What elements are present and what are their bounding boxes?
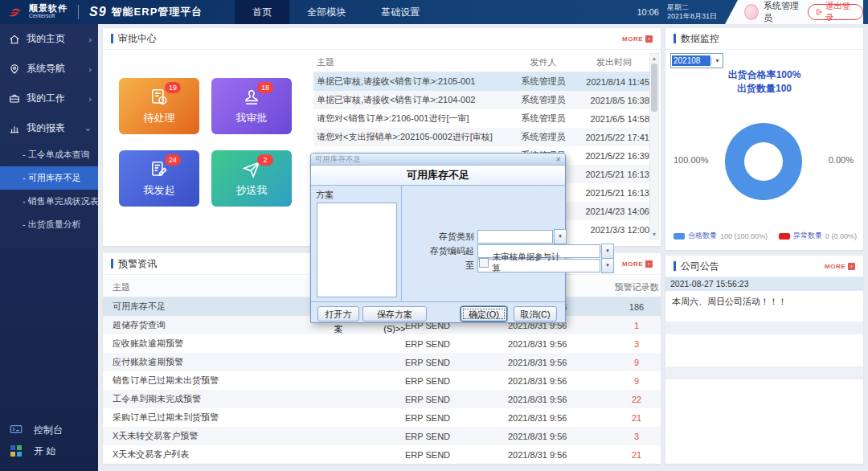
plan-listbox[interactable] <box>317 203 397 297</box>
alert-row[interactable]: 销售订单已过期未出货预警ERP SEND2021/8/31 9:569 <box>103 371 661 390</box>
alerts-more-button[interactable]: MORE › <box>622 260 653 268</box>
scroll-down-icon[interactable]: ▼ <box>650 230 658 239</box>
announcement-date[interactable]: 2021-08-27 15:56:23 <box>665 277 863 291</box>
lookup-icon[interactable]: ▾ <box>601 244 614 259</box>
approval-more-button[interactable]: MORE › <box>622 35 653 43</box>
sidebar-sub-shipment-quality[interactable]: 出货质量分析 <box>0 213 98 236</box>
alert-row[interactable]: 应付账款逾期预警ERP SEND2021/8/31 9:569 <box>103 353 661 371</box>
tile-my-approvals[interactable]: 18 我审批 <box>211 78 292 134</box>
announcement-content[interactable]: 本周六、周日公司活动！！！ <box>665 291 863 322</box>
more-label: MORE <box>825 263 845 270</box>
sender: ERP SEND <box>405 339 508 349</box>
scrollbar-thumb[interactable] <box>651 63 657 112</box>
nav-home[interactable]: 首页 <box>235 0 289 24</box>
time: 2021/8/31 9:56 <box>508 432 612 441</box>
sidebar-sub-available-stock[interactable]: 可用库存不足 <box>0 166 98 190</box>
briefcase-icon <box>8 92 21 105</box>
sidebar-item-label: 我的工作 <box>27 92 65 105</box>
logout-button[interactable]: 退出登录 <box>808 4 863 20</box>
title-accent-bar <box>674 34 676 43</box>
title-accent-bar <box>111 259 113 268</box>
save-plan-button[interactable]: 保存方案(S)>> <box>362 306 427 322</box>
stock-category-input[interactable] <box>477 230 553 244</box>
legend-item-abnormal[interactable]: 异常数量 0 (0.00%) <box>779 231 857 241</box>
console-button[interactable]: 控制台 <box>10 420 63 440</box>
time: 2021/8/14 11:45 <box>579 77 653 87</box>
approval-row[interactable]: 单据已审核,请接收<销售订单>:2104-002系统管理员2021/8/5 16… <box>313 91 653 109</box>
lookup-icon[interactable]: ▾ <box>601 258 614 273</box>
sidebar-item-home[interactable]: 我的主页 › <box>0 24 98 54</box>
donut-chart <box>725 123 802 200</box>
plan-pane: 方案 <box>311 186 402 301</box>
chevron-right-icon: › <box>88 64 92 74</box>
alert-row[interactable]: X天未交易客户列表ERP SEND2021/8/31 9:5621 <box>103 445 661 464</box>
more-label: MORE <box>622 35 643 43</box>
open-plan-button[interactable]: 打开方案 <box>317 306 359 322</box>
sender: ERP SEND <box>405 358 508 367</box>
col-count: 预警记录数 <box>612 281 661 293</box>
announcement-more-button[interactable]: MORE › <box>825 263 855 270</box>
alert-row[interactable]: 应收账款逾期预警ERP SEND2021/8/31 9:563 <box>103 334 661 353</box>
alert-row[interactable]: X天未转交易客户预警ERP SEND2021/8/31 9:563 <box>103 427 661 445</box>
alert-row[interactable]: 工令单到期未完成预警ERP SEND2021/8/31 9:5622 <box>103 390 661 408</box>
announcement-panel: 公司公告 MORE › 2021-08-27 15:56:23 本周六、周日公司… <box>665 256 863 464</box>
more-label: MORE <box>622 260 643 268</box>
count: 186 <box>612 302 661 312</box>
console-label: 控制台 <box>34 424 63 437</box>
dialog-form: 存货类别 ▾ 存货编码起 ▾ 至 ▾ 未审核单据参与计算 <box>402 186 565 301</box>
field-label: 存货编码起 <box>411 245 477 257</box>
tile-cc-to-me[interactable]: 2 抄送我 <box>211 150 292 207</box>
legend-value: 100 (100.00%) <box>720 232 768 240</box>
sidebar-item-work[interactable]: 我的工作 › <box>0 84 98 113</box>
approval-row[interactable]: 单据已审核,请接收<销售订单>:2105-001系统管理员2021/8/14 1… <box>313 72 653 91</box>
empty-row <box>665 367 863 379</box>
sender: ERP SEND <box>405 432 508 441</box>
lookup-icon[interactable]: ▾ <box>554 229 567 244</box>
checkbox-icon[interactable] <box>479 258 489 268</box>
nav-all-modules[interactable]: 全部模块 <box>289 0 363 24</box>
scroll-up-icon[interactable]: ▲ <box>650 54 658 63</box>
my-approvals-count-badge: 18 <box>257 82 273 93</box>
count: 21 <box>612 450 661 460</box>
alert-row[interactable]: 采购订单已过期未到货预警ERP SEND2021/8/31 9:5621 <box>103 408 661 427</box>
nav-basic-settings[interactable]: 基础设置 <box>363 0 437 24</box>
sidebar-sub-workorder-cost[interactable]: 工令单成本查询 <box>0 143 98 166</box>
period-select[interactable]: 202108 ▾ <box>670 53 723 68</box>
unaudited-checkbox-row[interactable]: 未审核单据参与计算 <box>479 252 565 274</box>
time: 2021/5/22 17:41 <box>579 133 653 142</box>
more-arrow-icon: › <box>848 263 855 270</box>
product-title: 智能ERP管理平台 <box>112 5 203 19</box>
sidebar-item-navigation[interactable]: 系统导航 › <box>0 54 98 84</box>
avatar[interactable] <box>744 4 759 20</box>
subject: 应付账款逾期预警 <box>103 356 405 368</box>
sender: 系统管理员 <box>508 94 579 106</box>
clock-time: 10:06 <box>637 7 659 17</box>
sidebar-item-reports[interactable]: 我的报表 ⌄ <box>0 113 98 143</box>
edit-document-icon: 24 <box>149 159 170 180</box>
stamp-icon: 18 <box>241 87 262 108</box>
cancel-button[interactable]: 取消(C) <box>514 306 557 322</box>
checkbox-label: 未审核单据参与计算 <box>493 252 565 274</box>
time: 2021/8/31 9:56 <box>508 450 612 460</box>
tile-label: 我审批 <box>236 111 268 125</box>
date: 2021年8月31日 <box>667 12 717 20</box>
tile-pending[interactable]: 19 待处理 <box>119 78 199 134</box>
start-button[interactable]: 开 始 <box>10 440 63 461</box>
chevron-right-icon: › <box>88 94 92 104</box>
brand: 顺景软件 Centersoft S9 智能ERP管理平台 <box>0 3 203 21</box>
donut-label-right: 0.00% <box>829 155 854 165</box>
ok-button[interactable]: 确定(O) <box>461 306 507 322</box>
logout-icon <box>816 8 823 16</box>
subject: 采购订单已过期未到货预警 <box>103 412 405 424</box>
approval-row[interactable]: 请您对<销售订单>:2106-001进行[一审]系统管理员2021/6/5 14… <box>313 109 653 128</box>
legend-item-pass[interactable]: 合格数量 100 (100.00%) <box>674 231 768 241</box>
approval-scrollbar[interactable]: ▲ ▼ <box>649 53 659 240</box>
sidebar-item-label: 系统导航 <box>27 62 65 76</box>
cc-count-badge: 2 <box>257 154 273 166</box>
close-icon[interactable]: × <box>556 154 561 164</box>
top-nav: 首页 全部模块 基础设置 <box>235 0 437 24</box>
dialog-titlebar[interactable]: 可用库存不足 × <box>311 154 565 165</box>
sidebar-sub-sales-completion[interactable]: 销售单完成状况表 <box>0 190 98 213</box>
tile-initiated-by-me[interactable]: 24 我发起 <box>119 150 199 207</box>
approval-row[interactable]: 请您对<支出报销单>:202105-0002进行[审核]系统管理员2021/5/… <box>313 128 653 146</box>
